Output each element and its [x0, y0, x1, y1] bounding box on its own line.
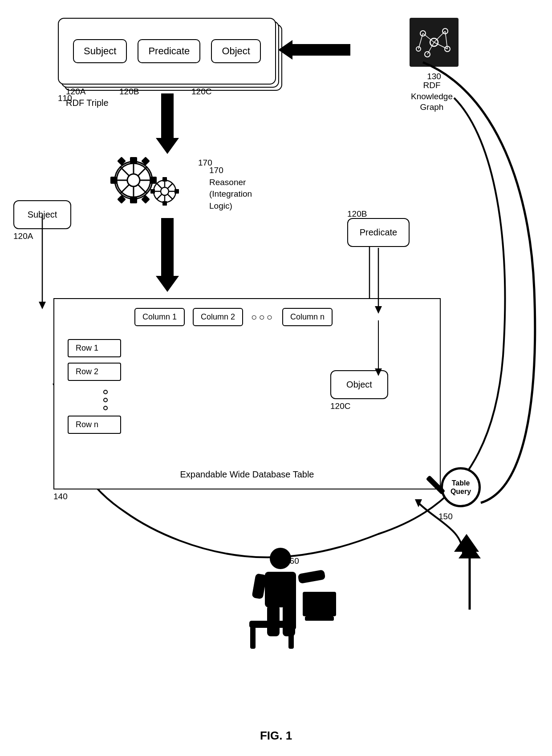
reasoner-to-table-arrow	[156, 218, 179, 292]
magnifier-circle: Table Query	[441, 467, 481, 507]
rdf-triple-label: RDF Triple	[66, 98, 109, 108]
network-svg	[414, 22, 454, 62]
svg-rect-55	[298, 570, 326, 584]
svg-rect-61	[288, 627, 294, 649]
svg-rect-21	[110, 177, 117, 184]
column-headers-row: Column 1 Column 2 ○○○ Column n	[54, 299, 440, 331]
svg-rect-58	[249, 621, 294, 628]
predicate-side-box: Predicate	[347, 218, 410, 247]
rdf-kg-icon	[410, 18, 459, 67]
object-side-box: Object	[330, 370, 388, 399]
subject-side-label: Subject	[28, 210, 57, 220]
database-table: Column 1 Column 2 ○○○ Column n Row 1 Row…	[53, 298, 441, 489]
triple-to-reasoner-arrow	[156, 93, 179, 154]
arrow-shaft-1	[161, 93, 174, 138]
predicate-side-label: Predicate	[360, 227, 398, 238]
object-side-ref: 120C	[330, 401, 350, 411]
query-arrow	[415, 499, 422, 507]
row-1: Row 1	[68, 339, 121, 357]
svg-line-10	[418, 33, 423, 49]
reasoner-ref-inline: 170	[198, 158, 212, 168]
svg-rect-19	[130, 197, 137, 203]
svg-rect-63	[305, 616, 334, 621]
svg-line-7	[434, 31, 445, 42]
user-ref: 160	[285, 556, 299, 566]
svg-rect-48	[162, 177, 167, 182]
diagram-container: Subject Predicate Object 120A 120B 120C …	[0, 0, 552, 756]
svg-rect-18	[130, 157, 137, 163]
kg-arrow-head	[278, 40, 292, 60]
svg-rect-62	[303, 592, 336, 616]
reasoner-label: 170 Reasoner(IntegrationLogic)	[209, 165, 252, 212]
svg-rect-50	[175, 189, 179, 194]
svg-rect-59	[289, 601, 296, 630]
table-ref: 140	[53, 492, 68, 501]
kg-to-triple-arrow	[278, 40, 350, 60]
rdf-card-front: Subject Predicate Object	[58, 18, 276, 85]
reasoner-arrow-shaft	[161, 218, 174, 276]
rows-container: Row 1 Row 2 Row n	[68, 339, 121, 434]
row-dots	[68, 386, 121, 410]
svg-rect-60	[250, 627, 256, 649]
table-label: Expandable Wide Database Table	[54, 469, 440, 480]
object-ref-label: 120C	[191, 87, 211, 97]
col-header-2: Column 2	[193, 308, 243, 326]
reasoner-arrow-head	[156, 276, 179, 292]
predicate-side-ref: 120B	[347, 209, 367, 219]
predicate-ref-label: 120B	[119, 87, 139, 97]
col-dots: ○○○	[251, 311, 274, 323]
svg-rect-49	[162, 201, 167, 206]
subject-triple-box: Subject	[73, 39, 127, 63]
rdf-triple-ref: 110	[58, 93, 72, 103]
object-side-label: Object	[346, 380, 372, 390]
kg-arrow-shaft	[292, 44, 350, 56]
fig-label: FIG. 1	[0, 729, 552, 743]
rdf-triple-stack: Subject Predicate Object	[58, 18, 280, 89]
row-2: Row 2	[68, 363, 121, 381]
svg-rect-20	[150, 177, 157, 184]
query-result-arrow	[454, 534, 479, 552]
subject-to-table-arrow	[39, 302, 46, 309]
table-query-label: Table Query	[443, 479, 479, 496]
subject-side-ref: 120A	[13, 231, 33, 241]
svg-rect-51	[150, 189, 155, 194]
gears-container	[107, 151, 196, 209]
subject-side-box: Subject	[13, 200, 71, 229]
svg-rect-54	[252, 573, 267, 599]
object-triple-box: Object	[211, 39, 261, 63]
up-arrow-head	[454, 534, 479, 552]
gears-svg	[107, 151, 196, 214]
table-query-ref: 150	[438, 512, 453, 522]
col-header-1: Column 1	[134, 308, 185, 326]
rdf-kg-label: RDFKnowledgeGraph	[401, 80, 463, 113]
svg-line-6	[423, 33, 434, 42]
row-n: Row n	[68, 416, 121, 434]
col-header-n: Column n	[282, 308, 333, 326]
predicate-triple-box: Predicate	[138, 39, 200, 63]
